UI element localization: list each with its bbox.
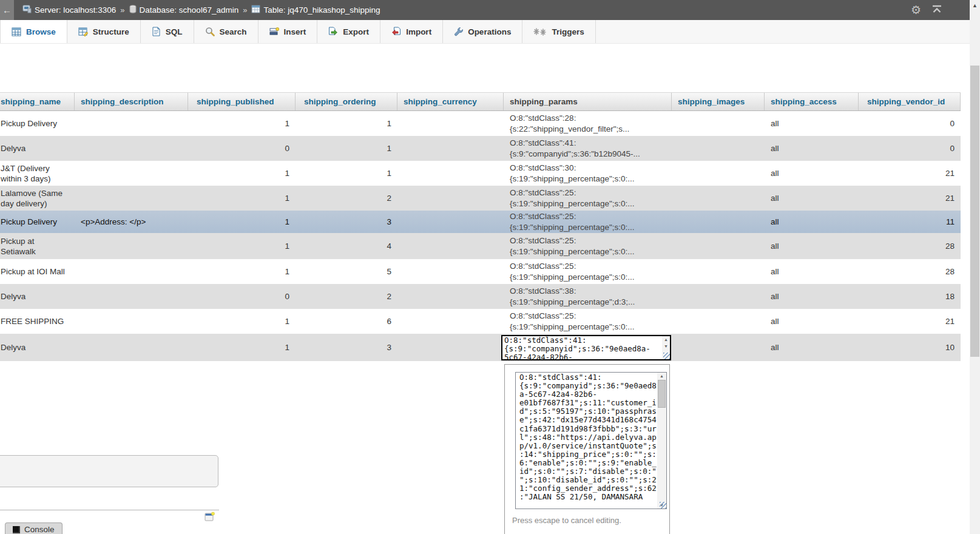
cell-description[interactable] xyxy=(75,284,188,309)
cell-currency[interactable] xyxy=(397,259,504,284)
cell-currency[interactable] xyxy=(397,334,504,361)
collapse-breadcrumb-icon[interactable] xyxy=(931,5,942,16)
inline-cell-editor[interactable]: O:8:"stdClass":41: {s:9:"companyid";s:36… xyxy=(501,335,671,360)
table-row[interactable]: Delyva01O:8:"stdClass":41:{s:9:"companyi… xyxy=(0,136,961,161)
cell-name[interactable]: Lalamove (Same day delivery) xyxy=(0,186,75,211)
open-new-window-icon[interactable] xyxy=(204,512,215,521)
cell-images[interactable] xyxy=(672,284,765,309)
cell-ordering[interactable]: 2 xyxy=(296,284,397,309)
cell-params[interactable]: O:8:"stdClass":25:{s:19:"shipping_percen… xyxy=(504,233,672,259)
column-header-shipping_name[interactable]: shipping_name xyxy=(0,93,75,110)
cell-access[interactable]: all xyxy=(765,334,859,361)
cell-ordering[interactable]: 2 xyxy=(296,186,397,211)
back-arrow-button[interactable]: ← xyxy=(0,0,14,20)
cell-currency[interactable] xyxy=(397,309,504,334)
cell-description[interactable] xyxy=(75,334,188,361)
tab-import[interactable]: Import xyxy=(380,20,443,43)
cell-vendor-id[interactable]: 10 xyxy=(859,334,961,361)
cell-ordering[interactable]: 3 xyxy=(296,211,397,233)
cell-images[interactable] xyxy=(672,309,765,334)
cell-ordering[interactable]: 1 xyxy=(296,111,397,136)
column-header-shipping_currency[interactable]: shipping_currency xyxy=(397,93,504,110)
cell-access[interactable]: all xyxy=(765,233,859,259)
tab-triggers[interactable]: Triggers xyxy=(522,20,595,43)
cell-images[interactable] xyxy=(672,334,765,361)
cell-published[interactable]: 1 xyxy=(188,259,296,284)
cell-description[interactable] xyxy=(75,161,188,186)
cell-name[interactable]: Pickup Delivery xyxy=(0,211,75,233)
cell-description[interactable] xyxy=(75,186,188,211)
cell-published[interactable]: 1 xyxy=(188,186,296,211)
column-header-shipping_ordering[interactable]: shipping_ordering xyxy=(296,93,397,110)
table-row[interactable]: Delyva02O:8:"stdClass":38:{s:19:"shippin… xyxy=(0,284,961,309)
table-row[interactable]: J&T (Delivery within 3 days)11O:8:"stdCl… xyxy=(0,161,961,186)
cell-ordering[interactable]: 4 xyxy=(296,233,397,259)
cell-currency[interactable] xyxy=(397,186,504,211)
table-row[interactable]: Delyva13all10 xyxy=(0,334,961,361)
cell-published[interactable]: 0 xyxy=(188,284,296,309)
cell-published[interactable]: 1 xyxy=(188,211,296,233)
cell-description[interactable] xyxy=(75,111,188,136)
cell-ordering[interactable]: 6 xyxy=(296,309,397,334)
cell-published[interactable]: 1 xyxy=(188,111,296,136)
settings-gear-icon[interactable]: ⚙ xyxy=(911,4,921,16)
scroll-down-icon[interactable]: ▼ xyxy=(662,343,670,350)
column-header-shipping_published[interactable]: shipping_published xyxy=(188,93,296,110)
breadcrumb-server[interactable]: Server: localhost:3306 xyxy=(22,5,116,15)
cell-vendor-id[interactable]: 0 xyxy=(859,136,961,161)
cell-name[interactable]: Delyva xyxy=(0,284,75,309)
cell-name[interactable]: Delyva xyxy=(0,136,75,161)
cell-published[interactable]: 1 xyxy=(188,233,296,259)
cell-access[interactable]: all xyxy=(765,161,859,186)
tab-export[interactable]: Export xyxy=(317,20,380,43)
cell-published[interactable]: 1 xyxy=(188,309,296,334)
cell-currency[interactable] xyxy=(397,233,504,259)
tab-structure[interactable]: Structure xyxy=(67,20,141,43)
cell-currency[interactable] xyxy=(397,136,504,161)
cell-edit-textarea[interactable]: O:8:"stdClass":41: {s:9:"companyid";s:36… xyxy=(515,372,667,509)
cell-params[interactable]: O:8:"stdClass":28:{s:22:"shipping_vendor… xyxy=(504,111,672,136)
cell-access[interactable]: all xyxy=(765,309,859,334)
cell-images[interactable] xyxy=(672,111,765,136)
column-header-shipping_description[interactable]: shipping_description xyxy=(75,93,188,110)
resize-grip-icon[interactable] xyxy=(663,353,670,359)
cell-access[interactable]: all xyxy=(765,186,859,211)
cell-ordering[interactable]: 5 xyxy=(296,259,397,284)
breadcrumb-database[interactable]: Database: school67_admin xyxy=(129,5,239,15)
table-row[interactable]: FREE SHIPPING16O:8:"stdClass":25:{s:19:"… xyxy=(0,309,961,334)
cell-vendor-id[interactable]: 11 xyxy=(859,211,961,233)
tab-browse[interactable]: Browse xyxy=(0,20,67,43)
cell-currency[interactable] xyxy=(397,111,504,136)
cell-params[interactable]: O:8:"stdClass":41:{s:9:"companyid";s:36:… xyxy=(504,136,672,161)
tab-insert[interactable]: Insert xyxy=(259,20,318,43)
cell-images[interactable] xyxy=(672,136,765,161)
cell-vendor-id[interactable]: 28 xyxy=(859,259,961,284)
cell-access[interactable]: all xyxy=(765,284,859,309)
cell-vendor-id[interactable]: 21 xyxy=(859,161,961,186)
column-header-shipping_params[interactable]: shipping_params xyxy=(504,93,672,110)
cell-published[interactable]: 1 xyxy=(188,334,296,361)
cell-vendor-id[interactable]: 21 xyxy=(859,186,961,211)
scroll-up-icon[interactable]: ▲ xyxy=(657,373,666,379)
cell-published[interactable]: 1 xyxy=(188,161,296,186)
scrollbar-thumb[interactable] xyxy=(658,380,666,408)
cell-vendor-id[interactable]: 0 xyxy=(859,111,961,136)
cell-currency[interactable] xyxy=(397,161,504,186)
cell-params[interactable]: O:8:"stdClass":25:{s:19:"shipping_percen… xyxy=(504,259,672,284)
cell-vendor-id[interactable]: 21 xyxy=(859,309,961,334)
cell-images[interactable] xyxy=(672,186,765,211)
cell-description[interactable] xyxy=(75,233,188,259)
cell-currency[interactable] xyxy=(397,211,504,233)
textarea-scrollbar[interactable]: ▲ ▼ xyxy=(657,373,666,509)
resize-grip-icon[interactable] xyxy=(660,502,666,509)
cell-access[interactable]: all xyxy=(765,259,859,284)
cell-ordering[interactable]: 1 xyxy=(296,136,397,161)
tab-sql[interactable]: SQL xyxy=(141,20,194,43)
console-toggle-button[interactable]: Console xyxy=(5,522,63,534)
cell-params[interactable]: O:8:"stdClass":25:{s:19:"shipping_percen… xyxy=(504,186,672,211)
cell-name[interactable]: Delyva xyxy=(0,334,75,361)
cell-access[interactable]: all xyxy=(765,111,859,136)
cell-access[interactable]: all xyxy=(765,211,859,233)
cell-params[interactable]: O:8:"stdClass":25:{s:19:"shipping_percen… xyxy=(504,309,672,334)
breadcrumb-table[interactable]: Table: jq470_hikashop_shipping xyxy=(251,5,380,15)
